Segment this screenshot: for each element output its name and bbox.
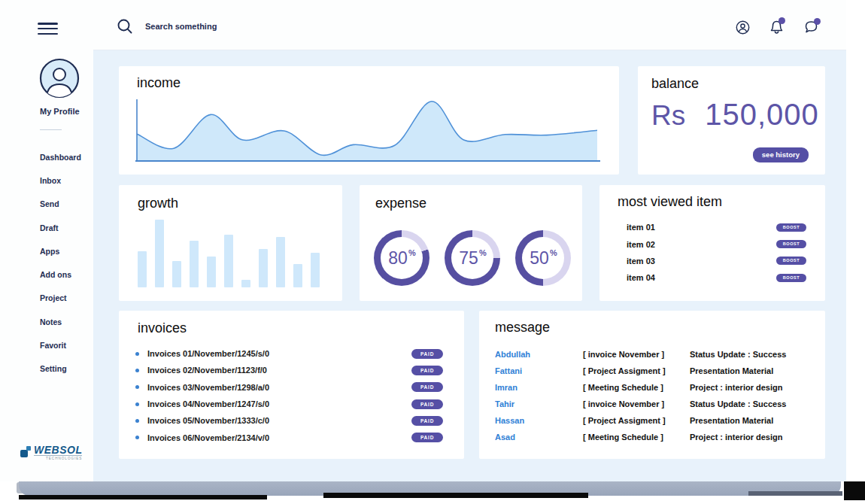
see-history-button[interactable]: see history [753,147,809,162]
chat-icon[interactable] [803,20,819,38]
most-viewed-title: most viewed item [618,194,722,210]
growth-bar [311,253,320,287]
device-mockup-artifact [19,495,267,499]
list-item: item 02 BOOST [599,235,825,252]
balance-currency: Rs [651,100,685,132]
avatar[interactable] [39,58,80,102]
sender-name-link[interactable]: Imran [495,383,517,392]
list-item: item 04 BOOST [599,269,825,286]
invoice-label: Invoices 04/November/1247/s/0 [147,399,411,408]
boost-button[interactable]: BOOST [776,223,806,232]
invoice-row[interactable]: Invoices 06/November/2134/v/0 PAID [119,429,464,445]
bullet-icon [135,385,139,389]
sidebar-item-dashboard[interactable]: Dashboard [40,145,81,169]
bullet-icon [135,352,139,356]
message-title: message [495,320,550,335]
invoices-list: Invoices 01/November/1245/s/0 PAID Invoi… [119,345,464,446]
boost-button[interactable]: BOOST [776,240,806,248]
balance-card: balance Rs 150,000 see history [638,66,825,175]
invoice-row[interactable]: Invoices 02/November/1123/f/0 PAID [119,362,464,378]
message-row: Hassan [ Project Assigment ] Presentatio… [479,412,825,429]
notifications-bell-icon[interactable] [769,20,784,38]
expense-donut-2: 75% [445,230,500,286]
logo-name: WEBSOL [34,445,82,456]
message-subject: [ Meeting Schedule ] [583,383,663,392]
logo-subtitle: TECHNOLOGIES [46,457,83,460]
profile-label: My Profile [40,107,80,116]
sidebar-nav: Dashboard Inbox Send Draft Apps Add ons … [40,145,81,381]
bullet-icon [135,436,139,439]
growth-card: growth [119,185,342,301]
sidebar-item-send[interactable]: Send [40,193,81,216]
invoice-label: Invoices 05/November/1333/c/0 [147,416,411,425]
message-status: Status Update : Success [690,399,786,408]
sender-name-link[interactable]: Fattani [495,366,522,375]
percent-sign: % [479,248,487,257]
invoices-card: invoices Invoices 01/November/1245/s/0 P… [119,311,464,459]
sender-name-link[interactable]: Asad [495,433,515,442]
sidebar-item-favorit[interactable]: Favorit [40,333,81,357]
device-mockup-artifact [844,481,865,500]
sidebar-item-apps[interactable]: Apps [40,239,81,263]
item-label: item 04 [627,273,776,282]
most-viewed-card: most viewed item item 01 BOOST item 02 B… [599,185,825,301]
boost-button[interactable]: BOOST [776,274,806,282]
growth-bar [155,220,164,287]
message-list: Abdullah [ invoice November ] Status Upd… [479,346,825,445]
percent-sign: % [550,248,557,257]
hamburger-menu-icon[interactable] [38,23,58,38]
list-item: item 03 BOOST [599,253,825,269]
sender-name-link[interactable]: Tahir [495,399,514,408]
sidebar-item-notes[interactable]: Notes [40,310,81,333]
growth-title: growth [138,196,178,211]
message-status: Presentation Material [690,416,773,425]
paid-status-badge: PAID [411,366,443,375]
invoice-row[interactable]: Invoices 04/November/1247/s/0 PAID [119,396,464,412]
invoice-label: Invoices 03/November/1298/a/0 [147,383,411,392]
percent-sign: % [408,248,416,257]
sidebar-item-project[interactable]: Project [40,287,81,310]
paid-status-badge: PAID [411,349,443,359]
websol-logo: WEBSOL TECHNOLOGIES [20,445,82,460]
boost-button[interactable]: BOOST [776,257,806,265]
item-label: item 02 [627,240,776,249]
growth-bar [276,237,285,287]
invoices-title: invoices [138,320,187,336]
sidebar-item-add-ons[interactable]: Add ons [40,263,81,286]
search-icon [117,18,133,35]
growth-bar [224,235,233,287]
sidebar-item-setting[interactable]: Setting [40,357,81,381]
message-row: Fattani [ Project Assigment ] Presentati… [479,363,825,379]
invoice-row[interactable]: Invoices 01/November/1245/s/0 PAID [119,345,464,362]
expense-donut-3: 50% [515,230,571,286]
notification-dot [814,18,821,25]
message-subject: [ invoice November ] [583,350,664,359]
websol-logo-icon [20,445,32,458]
paid-status-badge: PAID [411,399,443,409]
sidebar-item-inbox[interactable]: Inbox [40,169,81,192]
sidebar-divider [40,129,62,130]
account-icon[interactable] [736,20,750,38]
donut-value: 50 [530,248,549,269]
growth-bar [138,251,147,287]
invoice-row[interactable]: Invoices 03/November/1298/a/0 PAID [119,379,464,396]
sender-name-link[interactable]: Hassan [495,416,524,425]
sender-name-link[interactable]: Abdullah [495,350,530,359]
income-title: income [137,75,181,91]
topbar: Search something [93,0,846,50]
invoice-label: Invoices 06/November/2134/v/0 [147,433,411,442]
bullet-icon [135,402,139,406]
message-subject: [ invoice November ] [583,399,664,408]
sidebar-item-draft[interactable]: Draft [40,216,81,239]
invoice-label: Invoices 01/November/1245/s/0 [147,349,411,358]
message-subject: [ Meeting Schedule ] [583,433,663,442]
message-row: Tahir [ invoice November ] Status Update… [479,396,825,412]
item-label: item 03 [627,257,776,266]
growth-bar [293,264,302,287]
invoice-row[interactable]: Invoices 05/November/1333/c/0 PAID [119,412,464,429]
growth-bar [241,280,250,287]
device-mockup-artifact [323,493,588,498]
search-input[interactable]: Search something [117,18,217,35]
bullet-icon [135,369,139,372]
list-item: item 01 BOOST [599,219,825,235]
